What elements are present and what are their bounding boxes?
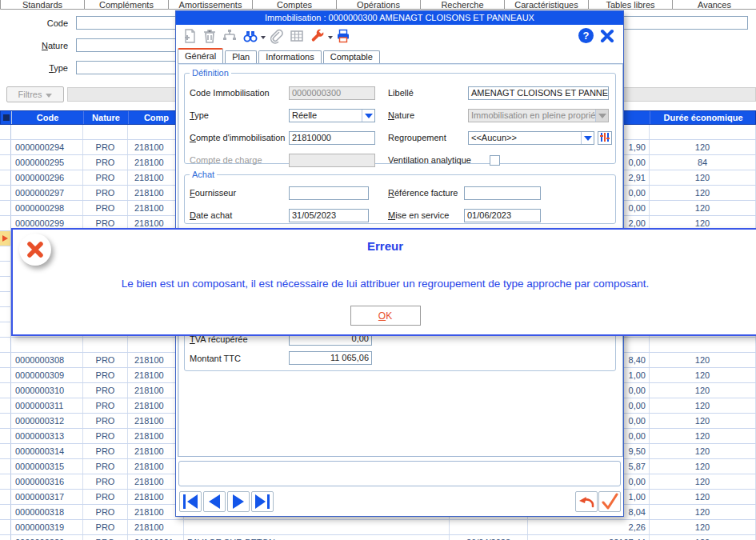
column-header-code[interactable]: Code (12, 111, 84, 124)
ribbon-tab[interactable]: Recherche (420, 0, 505, 10)
error-message: Le bien est un composant, il est nécessa… (13, 278, 756, 290)
cancel-changes-button[interactable] (575, 491, 598, 512)
row-selector-cell[interactable] (0, 262, 11, 276)
libelle-input[interactable]: AMENAGT CLOISONS ET PANNEAUX (468, 86, 609, 100)
last-record-button[interactable] (251, 491, 274, 512)
ribbon-tab[interactable]: Tables libres (588, 0, 673, 10)
column-header-nature[interactable]: Nature (84, 111, 129, 124)
ribbon-tab[interactable]: Amortissements (168, 0, 253, 10)
row-selector-cell[interactable] (0, 520, 11, 534)
row-selector-cell[interactable] (0, 307, 11, 322)
row-selector-cell[interactable] (0, 216, 11, 230)
print-button[interactable] (334, 28, 352, 46)
mise-en-service-label: Mise en service (388, 209, 449, 222)
row-selector-cell[interactable] (0, 140, 11, 154)
cell-duree: 120 (650, 368, 756, 382)
nature-select: Immobilisation en pleine propriété (468, 109, 609, 122)
cell-duree: 120 (650, 398, 756, 413)
tools-menu-caret-icon[interactable] (328, 36, 333, 39)
row-selector-cell[interactable] (0, 398, 11, 413)
cell-code (11, 338, 83, 352)
ribbon-tab[interactable]: Comptes (252, 0, 337, 10)
compte-immo-input[interactable]: 21810000 (289, 131, 375, 145)
search-menu-caret-icon[interactable] (261, 36, 266, 39)
row-selector-cell[interactable] (0, 505, 11, 519)
ok-button[interactable]: OK (350, 306, 421, 326)
ribbon-tab[interactable]: Avances (672, 0, 756, 10)
cell-nature: PRO (83, 186, 128, 200)
row-selector-cell[interactable] (0, 474, 11, 489)
help-button[interactable]: ? (578, 28, 594, 43)
cell-compte: 21810001 (128, 535, 184, 540)
row-selector-cell[interactable] (0, 246, 11, 261)
search-button[interactable] (242, 28, 259, 46)
row-selector-cell[interactable] (0, 444, 11, 458)
row-selector-cell[interactable] (0, 429, 11, 443)
cell-code: 0000000309 (11, 368, 83, 382)
table-row[interactable]: 0000000319 PRO 218100 2,26 120 (0, 520, 756, 535)
type-select[interactable]: Réelle (289, 109, 375, 122)
next-record-button[interactable] (227, 491, 250, 512)
row-selector-cell[interactable] (0, 535, 11, 540)
row-selector-cell[interactable] (0, 353, 11, 367)
chevron-down-icon[interactable] (581, 132, 594, 144)
next-record-icon (229, 493, 248, 510)
mise-en-service-input[interactable]: 01/06/2023 (464, 209, 541, 222)
check-icon (600, 493, 619, 510)
cell-code: 0000000295 (11, 155, 83, 170)
dialog-toolbar: ? (176, 25, 623, 48)
row-selector-cell[interactable] (0, 292, 11, 306)
column-header-duree[interactable]: Durée économique (650, 111, 756, 124)
cell-duree: 120 (650, 186, 756, 200)
dialog-tab[interactable]: Comptable (323, 50, 380, 63)
first-record-button[interactable] (179, 491, 202, 512)
row-selector-cell[interactable] (0, 201, 11, 215)
tools-button[interactable] (309, 28, 326, 46)
fournisseur-input[interactable] (289, 186, 369, 200)
ribbon-tab[interactable]: Opérations (336, 0, 421, 10)
cell-nature: PRO (83, 535, 128, 540)
ribbon-tab[interactable]: Standards (0, 0, 85, 10)
filters-dropdown-button[interactable]: Filtres (6, 86, 64, 102)
dialog-tab[interactable]: Informations (258, 50, 322, 63)
dialog-tab[interactable]: Plan (225, 50, 257, 63)
row-selector-cell[interactable] (0, 368, 11, 382)
trash-icon (202, 28, 218, 44)
row-selector-cell[interactable] (0, 155, 11, 170)
chevron-down-icon[interactable] (362, 110, 374, 122)
regroupement-select[interactable]: <<Aucun>> (468, 131, 594, 145)
date-achat-input[interactable]: 31/05/2023 (289, 209, 369, 222)
analytic-settings-button[interactable] (598, 131, 612, 145)
cell-montant: 22107,44 (528, 535, 650, 540)
validate-button[interactable] (598, 491, 621, 512)
dialog-titlebar[interactable]: Immobilisation : 0000000300 AMENAGT CLOI… (176, 11, 623, 25)
ribbon-tab[interactable]: Caractéristiques (504, 0, 589, 10)
row-selector-cell[interactable] (0, 125, 11, 139)
row-selector-cell[interactable] (0, 490, 11, 504)
cell-duree: 120 (650, 505, 756, 519)
ribbon-tab-label: Recherche (441, 0, 483, 10)
close-button[interactable] (598, 28, 616, 46)
previous-record-button[interactable] (203, 491, 226, 512)
row-selector-cell[interactable] (0, 170, 11, 185)
montant-ttc-input[interactable]: 11 065,06 (289, 351, 372, 365)
date-achat-label: Date achat (190, 209, 232, 222)
ventilation-checkbox[interactable] (490, 155, 500, 166)
row-selector-cell[interactable] (0, 459, 11, 474)
cell-nature: PRO (83, 398, 128, 413)
row-selector-cell[interactable] (0, 186, 11, 200)
row-selector-cell[interactable] (0, 231, 11, 246)
table-row[interactable]: 0000000320 PRO 21810001 PAVAGE SUR BETON… (0, 535, 756, 540)
ribbon-tab[interactable]: Compléments (84, 0, 169, 10)
row-selector-cell[interactable] (0, 383, 11, 398)
nature-filter-label: Nature (4, 41, 68, 50)
row-selector-cell[interactable] (0, 414, 11, 428)
selector-column-header[interactable] (1, 111, 12, 124)
row-selector-cell[interactable] (0, 322, 11, 337)
reference-facture-input[interactable] (464, 186, 541, 200)
ventilation-label: Ventilation analytique (388, 154, 471, 167)
close-icon (599, 28, 615, 44)
row-selector-cell[interactable] (0, 277, 11, 291)
dialog-tab[interactable]: Général (178, 48, 223, 63)
row-selector-cell[interactable] (0, 338, 11, 352)
